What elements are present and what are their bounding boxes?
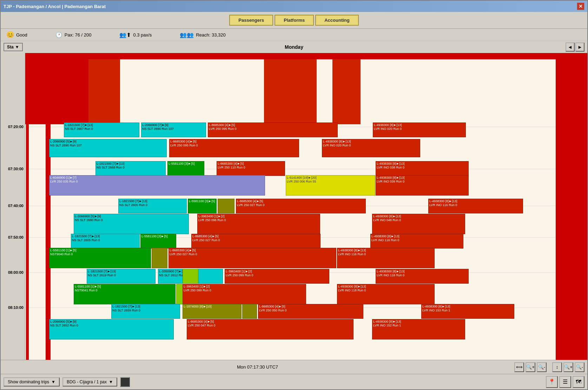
trip-block[interactable]: L-1821500 [7]►[13]NS SLT 2605 Run 0	[71, 234, 140, 249]
trip-block[interactable]: L-3963400 [1]►[2]LVR 250 096 Run 0	[197, 214, 320, 234]
trip-block[interactable]: L-2066900 [7]►[9]NS SLT 2690 Run 107	[141, 123, 206, 137]
trip-block[interactable]: L-4938300 [8]►[13]LVR INO 116 Run 0	[337, 248, 435, 268]
main-content: 07:20:00 07:30:00 07:40:00 07:50:00 08:0…	[1, 53, 587, 360]
trip-block[interactable]	[218, 199, 234, 213]
trip-block[interactable]: L-2066900 [5]►[9]NS SLT 2680 Run 0	[74, 214, 189, 234]
trip-block[interactable]: L-5581100 [3]►[5]	[167, 161, 204, 176]
time-label-0800: 08:00:00	[8, 270, 24, 275]
time-label-0720: 07:20:00	[8, 125, 24, 129]
trip-block[interactable]	[183, 269, 198, 284]
tab-bar: Passengers Platforms Accounting	[1, 12, 587, 29]
time-label-0740: 07:40:00	[8, 204, 24, 208]
trip-block[interactable]: L-4938300 [8]►[13]LVR INO 116 Run 0	[428, 199, 523, 213]
trip-block[interactable]: L-4938300 [8]►[13]LVR INO 020 Run 0	[322, 139, 420, 157]
trip-block[interactable]: L-3963400 [1]►[2]LVR 250 099 Run 0	[183, 284, 306, 304]
trip-block[interactable]: L-8685300 [4]►[5]LVR 250 095 Run 0	[208, 123, 338, 137]
fit-width-button[interactable]: ⟺	[514, 362, 524, 372]
trip-block[interactable]: L-1821500 [7]►[13]NS SLT 2668 Run 0	[95, 161, 166, 176]
trip-block[interactable]: L-2066900 [5]►[9]NS SLT 2690 Run 107	[49, 139, 167, 157]
trip-block[interactable]: L-5581100 [1]►[5]NST9041 Run 0	[74, 284, 176, 304]
red-segment-top3	[332, 59, 361, 124]
tab-accounting[interactable]: Accounting	[315, 15, 359, 26]
trip-block[interactable]: L-5581100 [1]►[5]NST9040 Run 0	[49, 248, 151, 268]
route-dropdown-icon: ▼	[109, 379, 113, 384]
trip-block[interactable]: L-4938300 [8]►[13]LVR INO 153 Run 1	[421, 304, 514, 319]
mood-status: 😊 Good	[6, 31, 27, 39]
trip-block[interactable]: L-4938300 [8]►[13]LVR INO 039 Run 0	[376, 175, 469, 196]
tab-passengers[interactable]: Passengers	[229, 15, 273, 26]
trip-block[interactable]: L-4938300 [8]►[13]LVR INO 118 Run 0	[337, 284, 435, 304]
zoom-in-button[interactable]: 🔍+	[526, 362, 535, 372]
nav-buttons: ◄ ►	[566, 42, 584, 52]
trip-block[interactable]: L-8685300 [4]►[5]LVR 250 110 Run 0	[217, 161, 285, 176]
trip-block[interactable]: L-8685300 [4]►[5]LVR 250 027 Run 0	[169, 248, 336, 268]
marker-button[interactable]: 📍	[546, 376, 558, 388]
zoom-out-button[interactable]: 🔍-	[537, 362, 547, 372]
trip-block[interactable]: L-4938300 [8]►[13]LVR INO 020 Run 0	[373, 123, 466, 137]
top-red-bar	[25, 53, 587, 59]
reach-icon: 👥👥	[180, 32, 194, 38]
fit-height-button[interactable]: ↕	[552, 362, 562, 372]
trip-block[interactable]: L-4938300 [8]►[13]LVR INO 118 Run 0	[376, 269, 469, 284]
dropdown-arrow-icon: ▼	[15, 45, 19, 49]
red-segment-top2	[264, 59, 317, 124]
time-column: 07:20:00 07:30:00 07:40:00 07:50:00 08:0…	[1, 53, 25, 360]
main-window: TJP - Pademangan / Ancol | Pademangan Ba…	[0, 0, 588, 390]
trip-block[interactable]: L-4938300 [8]►[13]LVR INO 116 Run 0	[370, 234, 463, 249]
trip-block[interactable]: L-1821500 [7]►[13]NS SLT 2605 Run 0	[118, 199, 187, 213]
trip-block[interactable]	[152, 248, 167, 268]
trip-block[interactable]: L-3963400 [1]►[2]LVR 250 099 Run 0	[225, 269, 329, 284]
timestamp: Mon 07:17:30 UTC7	[4, 364, 511, 370]
color-button[interactable]	[120, 377, 130, 387]
zoom-in-v-button[interactable]: 🔍+	[563, 362, 573, 372]
trip-block[interactable]: L-2066900 [5]►[9]NS SLT 2652 Run 0	[49, 319, 174, 339]
dominating-trips-label: Show dominating trips	[8, 379, 49, 384]
status-bar: 😊 Good 🕐 Pax: 76 / 200 👥⬆ 0.3 pax/s 👥👥 R…	[1, 29, 587, 41]
dominating-trips-dropdown[interactable]: Show dominating trips ▼	[4, 377, 60, 386]
rate-icon: 👥⬆	[119, 32, 131, 38]
trip-block[interactable]	[242, 304, 257, 319]
window-title: TJP - Pademangan / Ancol | Pademangan Ba…	[4, 4, 106, 9]
sta-dropdown[interactable]: Sta ▼	[4, 43, 23, 51]
list-button[interactable]: ☰	[559, 376, 571, 388]
trip-block[interactable]: L-1821500 [7]►[13]NS SLT 2667 Run 0	[64, 123, 139, 137]
red-segment-top1	[88, 59, 120, 124]
trip-block[interactable]: L-6046900 [1]►[7]LVR 250 035 Run 0	[49, 175, 265, 196]
title-bar: TJP - Pademangan / Ancol | Pademangan Ba…	[1, 1, 587, 12]
trip-block[interactable]: L-5141400 [19]►[20]LVR 250 006 Run 55	[286, 175, 375, 196]
trip-block[interactable]: L-4938300 [8]►[13]LVR INO 038 Run 0	[376, 161, 469, 176]
route-dropdown[interactable]: BDG - Cijagra / 1 pax ▼	[62, 377, 117, 386]
tab-platforms[interactable]: Platforms	[275, 15, 314, 26]
clock-icon: 🕐	[55, 32, 62, 38]
close-button[interactable]: ✕	[577, 2, 584, 10]
next-day-button[interactable]: ►	[575, 42, 584, 52]
trip-block[interactable]: L-8685300 [4]►[5]LVR 250 095 Run 0	[169, 139, 299, 157]
prev-day-button[interactable]: ◄	[566, 42, 575, 52]
trip-block[interactable]: L-4938300 [8]►[13]LVR INO 152 Run 1	[372, 319, 465, 339]
right-icon-buttons: 📍 ☰ 🗺	[546, 376, 584, 388]
route-label: BDG - Cijagra / 1 pax	[67, 379, 107, 384]
left-red-block1	[25, 59, 88, 124]
trip-block[interactable]: L-1874000 [8]►[10]	[183, 304, 242, 319]
view-bar: Sta ▼ Monday ◄ ►	[1, 41, 587, 53]
trip-block[interactable]: L-4938300 [8]►[13]LVR INO 048 Run 0	[372, 214, 465, 234]
time-label-0730: 07:30:00	[8, 167, 24, 171]
time-label-0810: 08:10:00	[8, 305, 24, 310]
reach-status: 👥👥 Reach: 33,320	[180, 32, 226, 38]
trip-block[interactable]: L-5581100 [3]►[5]	[188, 199, 217, 213]
dominating-dropdown-icon: ▼	[51, 379, 55, 384]
trip-block[interactable]: L-8685300 [4]►[5]LVR 250 050 Run 0	[258, 304, 363, 319]
trip-block[interactable]: L-5581100 [3]►[5]	[140, 234, 176, 249]
trip-block[interactable]: L-1821500 [7]►[13]NS SLT 2619 Run 0	[87, 269, 156, 284]
right-red-bar	[556, 59, 587, 360]
trip-block[interactable]: L-8685300 [4]►[5]LVR 250 027 Run 0	[191, 234, 321, 249]
trip-block[interactable]: L-1821500 [7]►[13]NS SLT 2659 Run 0	[111, 304, 180, 319]
bottom-tools: ⟺ 🔍+ 🔍- ↕ 🔍+ 🔍-	[514, 362, 584, 372]
time-label-0750: 07:50:00	[8, 235, 24, 239]
map-button[interactable]: 🗺	[573, 376, 584, 388]
trip-block[interactable]: L-8685300 [4]►[5]LVR 250 047 Run 0	[187, 319, 354, 339]
zoom-out-v-button[interactable]: 🔍-	[575, 362, 584, 372]
mood-label: Good	[16, 32, 27, 38]
rate-status: 👥⬆ 0.3 pax/s	[119, 32, 152, 38]
trip-block[interactable]: L-8685300 [4]►[5]LVR 250 027 Run 0	[236, 199, 366, 213]
